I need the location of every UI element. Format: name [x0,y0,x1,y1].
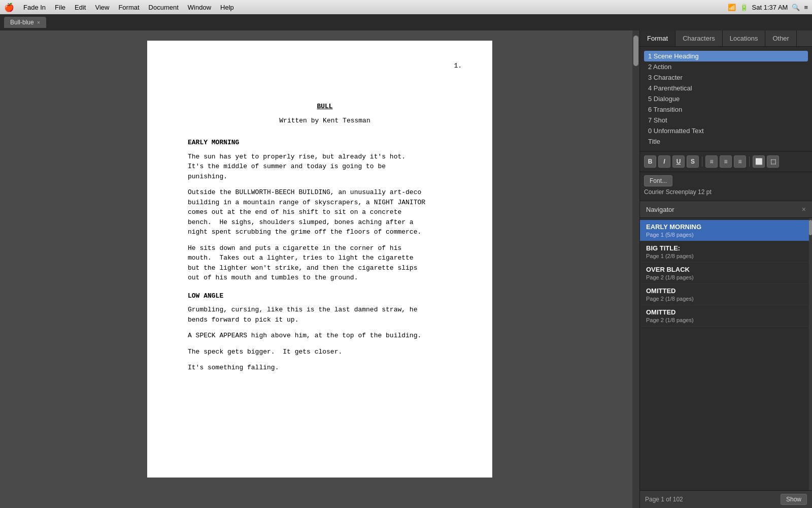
menu-edit[interactable]: Edit [71,3,90,12]
toolbar-sep-2 [749,156,750,167]
spotlight-icon[interactable]: 🔍 [792,4,800,11]
menu-file[interactable]: File [51,3,70,12]
action-2: Outside the BULLWORTH-BEECH BUILDING, an… [188,187,462,237]
script-page[interactable]: 1. BULL Written by Kent Tessman EARLY MO… [147,41,492,478]
format-item-shot[interactable]: 7 Shot [644,115,808,125]
underline-button[interactable]: U [672,155,685,168]
tab-close-button[interactable]: × [37,19,40,25]
scene-heading-1: EARLY MORNING [188,138,462,148]
navigator-panel: Navigator × EARLY MORNING Page 1 (5/8 pa… [640,201,812,508]
format-btn-7[interactable]: ⬜ [753,155,765,168]
nav-item-title-4: OMITTED [646,308,806,316]
action-4: Grumbling, cursing, like this is the las… [188,305,462,325]
align-center-button[interactable]: ≡ [720,155,732,168]
menu-help[interactable]: Help [216,3,238,12]
nav-scroll-thumb[interactable] [809,220,812,235]
document-tab[interactable]: Bull-blue × [4,17,46,28]
format-panel: Format Characters Locations Other 1 Scen… [640,30,812,201]
menubar-left: 🍎 Fade In File Edit View Format Document… [4,3,238,12]
menu-window[interactable]: Window [184,3,215,12]
format-item-title[interactable]: Title [644,136,808,147]
nav-item-title-2: OVER BLACK [646,266,806,273]
nav-item-0[interactable]: EARLY MORNING Page 1 (5/8 pages) [640,220,812,241]
apple-menu[interactable]: 🍎 [4,3,14,12]
tab-label: Bull-blue [10,19,34,26]
notification-icon[interactable]: ≡ [804,4,808,11]
nav-item-1[interactable]: BIG TITLE: Page 1 (2/8 pages) [640,241,812,263]
format-item-scene-heading[interactable]: 1 Scene Heading [644,51,808,61]
panel-tabs: Format Characters Locations Other [640,30,812,47]
format-btn-8[interactable]: ⬚ [767,155,779,168]
menu-format[interactable]: Format [114,3,143,12]
battery-icon: 🔋 [740,4,748,11]
nav-list[interactable]: EARLY MORNING Page 1 (5/8 pages) BIG TIT… [640,218,812,490]
nav-item-subtitle-4: Page 2 (1/8 pages) [646,317,806,323]
tabbar: Bull-blue × [0,14,812,30]
scene-heading-2: LOW ANGLE [188,291,462,301]
navigator-title: Navigator [646,206,674,213]
right-panel: Format Characters Locations Other 1 Scen… [639,30,812,508]
editor-area[interactable]: 1. BULL Written by Kent Tessman EARLY MO… [0,30,639,508]
strikethrough-button[interactable]: S [687,155,699,168]
action-5: A SPECK APPEARS high above him, at the t… [188,331,462,341]
nav-item-subtitle-1: Page 1 (2/8 pages) [646,253,806,259]
format-item-action[interactable]: 2 Action [644,61,808,72]
align-left-button[interactable]: ≡ [705,155,718,168]
menu-document[interactable]: Document [145,3,183,12]
menu-app[interactable]: Fade In [19,3,50,12]
nav-item-3[interactable]: OMITTED Page 2 (1/8 pages) [640,284,812,305]
nav-item-4[interactable]: OMITTED Page 2 (1/8 pages) [640,305,812,327]
nav-item-title-1: BIG TITLE: [646,244,806,252]
clock: Sat 1:37 AM [752,4,788,11]
font-button[interactable]: Font... [644,175,672,186]
nav-item-subtitle-2: Page 2 (1/8 pages) [646,274,806,280]
tab-format[interactable]: Format [640,30,675,46]
nav-item-title-0: EARLY MORNING [646,223,806,231]
show-button[interactable]: Show [781,494,807,505]
format-toolbar: B I U S ≡ ≡ ≡ ⬜ ⬚ [640,151,812,172]
tab-other[interactable]: Other [765,30,797,46]
action-6: The speck gets bigger. It gets closer. [188,347,462,357]
main-layout: 1. BULL Written by Kent Tessman EARLY MO… [0,30,812,508]
script-title: BULL [188,102,462,112]
menu-view[interactable]: View [91,3,113,12]
nav-footer: Page 1 of 102 Show [640,490,812,508]
tab-locations[interactable]: Locations [723,30,766,46]
action-1: The sun has yet to properly rise, but al… [188,152,462,182]
nav-item-subtitle-3: Page 2 (1/8 pages) [646,296,806,302]
menubar-right: 📶 🔋 Sat 1:37 AM 🔍 ≡ [728,4,808,11]
font-section: Font... Courier Screenplay 12 pt [640,172,812,201]
nav-page-info: Page 1 of 102 [645,496,683,503]
format-item-unformatted[interactable]: 0 Unformatted Text [644,125,808,136]
page-number: 1. [454,61,462,71]
wifi-icon: 📶 [728,4,736,11]
action-7: It's something falling. [188,363,462,373]
nav-scrollbar[interactable] [809,218,812,490]
format-item-parenthetical[interactable]: 4 Parenthetical [644,83,808,93]
format-list: 1 Scene Heading 2 Action 3 Character 4 P… [640,47,812,151]
bold-button[interactable]: B [644,155,656,168]
navigator-close-button[interactable]: × [802,205,806,213]
tab-characters[interactable]: Characters [675,30,723,46]
font-name-display: Courier Screenplay 12 pt [644,188,808,196]
action-3: He sits down and puts a cigarette in the… [188,243,462,283]
script-byline: Written by Kent Tessman [188,116,462,126]
nav-item-subtitle-0: Page 1 (5/8 pages) [646,232,806,238]
format-item-character[interactable]: 3 Character [644,72,808,83]
italic-button[interactable]: I [658,155,670,168]
editor-scrollbar[interactable] [632,30,639,508]
format-item-transition[interactable]: 6 Transition [644,104,808,115]
toolbar-sep-1 [702,156,702,167]
scroll-thumb[interactable] [633,36,638,66]
nav-item-title-3: OMITTED [646,287,806,295]
nav-item-2[interactable]: OVER BLACK Page 2 (1/8 pages) [640,263,812,284]
format-item-dialogue[interactable]: 5 Dialogue [644,93,808,104]
navigator-header: Navigator × [640,201,812,218]
align-right-button[interactable]: ≡ [734,155,746,168]
menubar: 🍎 Fade In File Edit View Format Document… [0,0,812,14]
